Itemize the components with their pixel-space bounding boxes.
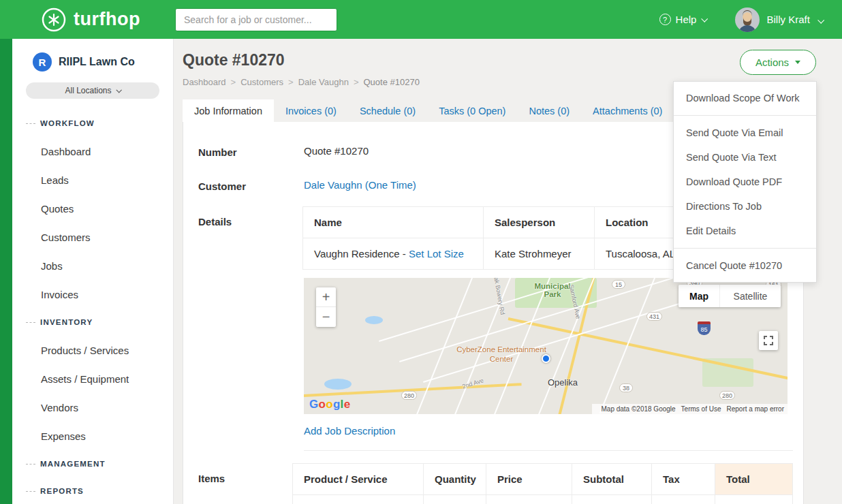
add-job-description-link[interactable]: Add Job Description xyxy=(304,425,395,437)
chevron-down-icon xyxy=(116,87,121,93)
sidebar: R RIIPL Lawn Co All Locations WORKFLOW D… xyxy=(12,39,174,504)
route-shield: 38 xyxy=(619,383,633,392)
actions-dropdown: Download Scope Of Work Send Quote Via Em… xyxy=(673,81,817,283)
fullscreen-button[interactable] xyxy=(759,331,778,350)
map-label-city: Opelika xyxy=(548,377,578,388)
help-label: Help xyxy=(676,14,697,25)
tab-invoices[interactable]: Invoices (0) xyxy=(274,99,348,122)
search-input[interactable] xyxy=(175,8,337,31)
tab-notes[interactable]: Notes (0) xyxy=(517,99,581,122)
zoom-out-button[interactable]: − xyxy=(316,307,336,327)
customer-type-link[interactable]: (One Time) xyxy=(365,179,416,191)
customer-link[interactable]: Dale Vaughn xyxy=(304,179,362,191)
set-lot-size-link[interactable]: Set Lot Size xyxy=(409,248,464,259)
avatar[interactable] xyxy=(735,7,760,32)
items-header-tax: Tax xyxy=(652,464,715,495)
map-view-button[interactable]: Map xyxy=(679,285,719,307)
tab-job-information[interactable]: Job Information xyxy=(183,99,274,122)
sidebar-item-assets-equipment[interactable]: Assets / Equipment xyxy=(12,364,173,393)
map-water xyxy=(365,316,383,324)
sidebar-item-leads[interactable]: Leads xyxy=(12,166,173,194)
menu-item-download-scope[interactable]: Download Scope Of Work xyxy=(674,86,816,110)
app-root: turfhop ? Help Billy Kraft xyxy=(0,0,842,504)
route-shield: 280 xyxy=(719,391,735,400)
nav-section-management: MANAGEMENT xyxy=(12,450,173,477)
salesperson-value: Kate Strohmeyer xyxy=(484,238,595,270)
brand-name: turfhop xyxy=(74,9,140,30)
details-header-salesperson: Salesperson xyxy=(484,207,595,238)
locations-label: All Locations xyxy=(65,86,111,95)
company-logo-icon: R xyxy=(33,52,52,72)
nav-section-reports: REPORTS xyxy=(12,477,173,504)
menu-item-send-quote-text[interactable]: Send Quote Via Text xyxy=(674,145,816,170)
map-road xyxy=(423,296,704,383)
items-table: Product / Service Quantity Price Subtota… xyxy=(292,463,793,504)
menu-item-download-quote-pdf[interactable]: Download Quote PDF xyxy=(674,170,816,194)
sidebar-item-jobs[interactable]: Jobs xyxy=(12,251,173,280)
satellite-view-button[interactable]: Satellite xyxy=(719,285,781,307)
breadcrumb-separator: > xyxy=(231,77,236,87)
breadcrumb-current: Quote #10270 xyxy=(363,77,419,87)
sidebar-item-invoices[interactable]: Invoices xyxy=(12,280,173,309)
avatar-image-icon xyxy=(735,7,760,32)
tab-attachments[interactable]: Attachments (0) xyxy=(581,99,674,122)
items-header-product: Product / Service xyxy=(293,464,424,495)
items-header-price: Price xyxy=(486,464,572,495)
chevron-down-icon xyxy=(702,16,708,22)
route-shield: 15 xyxy=(612,280,625,289)
sidebar-item-products-services[interactable]: Products / Services xyxy=(12,336,173,364)
topbar: turfhop ? Help Billy Kraft xyxy=(0,0,842,39)
add-description-block: Add Job Description xyxy=(304,425,793,451)
items-label: Items xyxy=(198,471,292,484)
menu-divider xyxy=(674,115,816,116)
company-row: R RIIPL Lawn Co xyxy=(33,52,173,72)
menu-item-cancel-quote[interactable]: Cancel Quote #10270 xyxy=(674,253,816,278)
sidebar-item-quotes[interactable]: Quotes xyxy=(12,194,173,223)
job-location-map[interactable]: + − Map Satellite Municipal Park CyberZo… xyxy=(304,278,788,414)
breadcrumb-dashboard[interactable]: Dashboard xyxy=(183,77,226,87)
map-data-text: Map data ©2018 Google xyxy=(601,405,675,413)
zoom-in-button[interactable]: + xyxy=(316,287,336,307)
items-row: Items Product / Service Quantity Price S… xyxy=(183,451,803,504)
items-header-subtotal: Subtotal xyxy=(572,464,652,495)
menu-item-edit-details[interactable]: Edit Details xyxy=(674,219,816,243)
locations-select[interactable]: All Locations xyxy=(26,82,159,99)
user-name: Billy Kraft xyxy=(766,14,809,25)
map-label-poi: CyberZone Entertainment Center xyxy=(447,345,556,364)
caret-down-icon xyxy=(795,61,800,64)
nav-section-workflow: WORKFLOW xyxy=(12,110,173,137)
breadcrumb-customers[interactable]: Customers xyxy=(240,77,283,87)
fullscreen-icon xyxy=(764,336,773,345)
items-header-quantity: Quantity xyxy=(424,464,486,495)
customer-label: Customer xyxy=(198,179,304,192)
number-label: Number xyxy=(198,145,304,158)
sidebar-item-dashboard[interactable]: Dashboard xyxy=(12,137,173,166)
breadcrumb-customer-name[interactable]: Dale Vaughn xyxy=(298,77,349,87)
help-menu[interactable]: ? Help xyxy=(659,14,707,25)
sidebar-item-vendors[interactable]: Vendors xyxy=(12,393,173,422)
brand[interactable]: turfhop xyxy=(41,7,175,33)
turfhop-logo-icon xyxy=(41,7,67,33)
menu-item-send-quote-email[interactable]: Send Quote Via Email xyxy=(674,121,816,145)
items-empty-row xyxy=(293,495,793,504)
sidebar-item-expenses[interactable]: Expenses xyxy=(12,422,173,450)
breadcrumb-separator: > xyxy=(288,77,294,87)
route-shield: 431 xyxy=(646,312,662,321)
map-attribution: Map data ©2018 Google Terms of Use Repor… xyxy=(592,404,788,414)
terms-of-use-link[interactable]: Terms of Use xyxy=(681,405,721,413)
user-menu[interactable]: Billy Kraft xyxy=(766,14,823,25)
details-header-name: Name xyxy=(303,207,484,238)
breadcrumb-separator: > xyxy=(354,77,359,87)
map-type-control: Map Satellite xyxy=(679,285,781,307)
actions-button[interactable]: Actions xyxy=(740,50,816,75)
map-label-street: Oak Bowery Rd xyxy=(492,278,506,315)
map-water xyxy=(324,379,352,390)
report-map-error-link[interactable]: Report a map error xyxy=(727,405,784,413)
tab-tasks[interactable]: Tasks (0 Open) xyxy=(427,99,517,122)
sidebar-item-customers[interactable]: Customers xyxy=(12,223,173,251)
menu-item-directions-to-job[interactable]: Directions To Job xyxy=(674,194,816,219)
tab-schedule[interactable]: Schedule (0) xyxy=(348,99,427,122)
tree-dash-icon xyxy=(26,491,35,492)
details-label: Details xyxy=(198,215,302,227)
map-marker xyxy=(542,354,550,363)
